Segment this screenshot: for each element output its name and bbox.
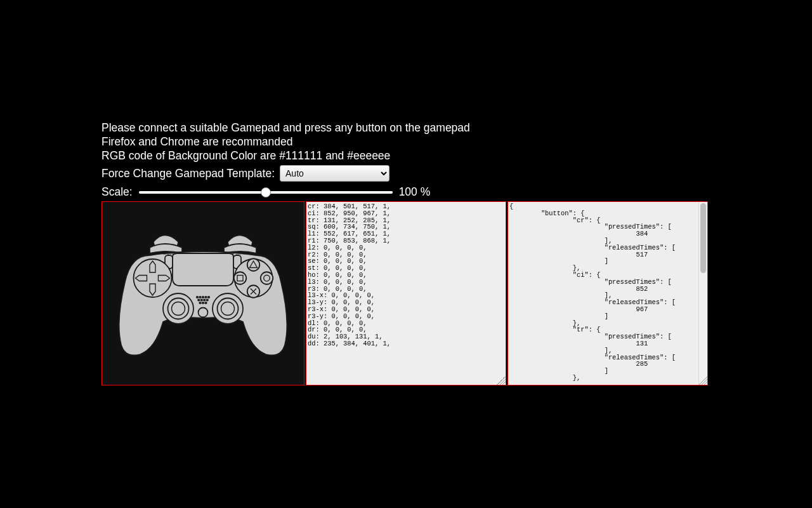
json-textarea[interactable] [508,202,698,385]
svg-point-28 [208,297,209,298]
json-panel [508,201,708,385]
scrollbar-thumb[interactable] [700,203,706,273]
controller-panel: SHARE OPTIONS [102,201,304,385]
svg-point-34 [202,302,204,304]
svg-point-19 [172,302,185,316]
dualshock4-icon: SHARE OPTIONS [108,227,298,360]
info-connect: Please connect a suitable Gamepad and pr… [102,121,710,135]
svg-text:SHARE: SHARE [163,251,176,255]
template-label: Force Change Gamepad Template: [102,167,275,180]
svg-point-22 [221,302,235,316]
svg-point-23 [199,308,208,318]
json-scrollbar[interactable] [698,202,707,385]
svg-point-29 [198,299,199,300]
svg-point-32 [207,299,208,300]
svg-point-27 [205,297,206,298]
svg-text:OPTIONS: OPTIONS [230,251,247,255]
svg-point-30 [201,299,202,300]
info-browser: Firefox and Chrome are recommanded [102,135,710,149]
info-rgb: RGB code of Background Color are #111111… [102,149,710,163]
scale-slider[interactable] [139,191,393,194]
scale-value: 100 % [399,185,431,199]
raw-state-panel [306,201,506,385]
svg-point-26 [202,297,204,298]
svg-point-33 [199,302,200,304]
template-select[interactable]: Auto [280,165,390,182]
svg-point-31 [204,299,205,300]
raw-state-textarea[interactable] [306,202,506,385]
scale-label: Scale: [102,185,133,199]
svg-point-13 [261,272,273,284]
svg-point-12 [234,272,247,284]
svg-point-25 [199,297,200,298]
svg-point-24 [197,297,198,298]
svg-point-35 [205,302,206,304]
